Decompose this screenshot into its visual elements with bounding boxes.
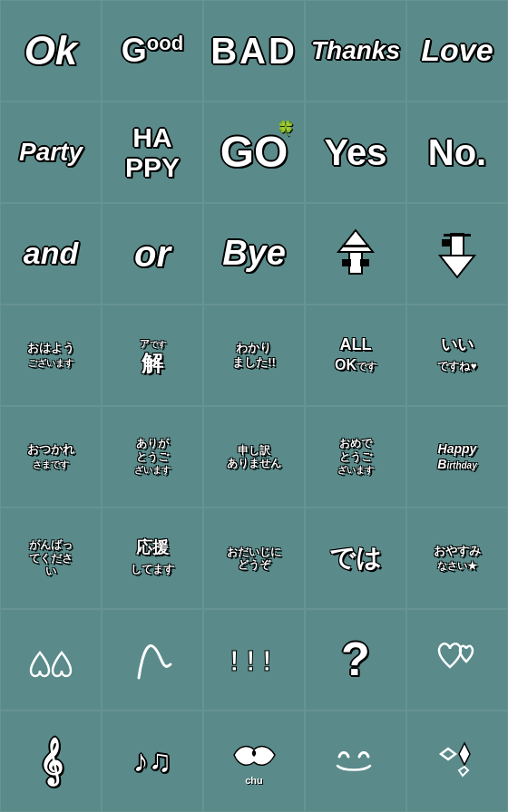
text-or: or	[134, 234, 171, 274]
text-no: No.	[428, 132, 486, 172]
text-jp-odaiji: おだいじにどうぞ	[227, 546, 281, 572]
cell-jp-dewa: では	[305, 508, 406, 609]
cell-jp-otsukare: おつかれさまです	[0, 406, 102, 508]
cell-hearts	[406, 609, 508, 710]
text-notes: ♪♫	[133, 744, 172, 778]
cell-jp-happybday: HappyBirthday	[406, 406, 508, 508]
cell-jp-ohayo: おはようございます	[0, 304, 102, 406]
cell-arrow-down	[406, 203, 508, 304]
text-jp-otsukare: おつかれさまです	[27, 442, 74, 470]
svg-rect-4	[342, 245, 369, 247]
cell-treble: 𝄞	[0, 710, 102, 812]
svg-marker-6	[440, 256, 474, 277]
drops-icon	[24, 633, 78, 687]
svg-rect-3	[360, 259, 369, 266]
cell-bye: Bye	[203, 203, 305, 304]
lips-container: chu	[230, 737, 279, 786]
cell-drops	[0, 609, 102, 710]
cell-jp-iidesu: いいですね♥	[406, 304, 508, 406]
cell-and: and	[0, 203, 102, 304]
text-bye: Bye	[222, 235, 286, 273]
cell-happy: HAPPY	[102, 102, 203, 203]
text-jp-ganbatte: がんばってください	[29, 538, 73, 577]
exclaim-icon: ! ! !	[222, 633, 286, 687]
cell-no: No.	[406, 102, 508, 203]
cell-jp-wakari: わかりました!!	[203, 304, 305, 406]
wave-icon	[125, 633, 180, 687]
arrow-up-icon	[333, 227, 378, 281]
cell-arrow-up	[305, 203, 406, 304]
cell-jp-arigato: ありがとうございます	[102, 406, 203, 508]
svg-marker-1	[338, 230, 373, 252]
text-chu: chu	[230, 775, 279, 786]
cell-love: Love	[406, 0, 508, 102]
cell-thanks: Thanks	[305, 0, 406, 102]
text-jp-omedetou: おめでとうございます	[337, 437, 374, 476]
cell-jp-ryokai: アです解	[102, 304, 203, 406]
text-treble: 𝄞	[39, 740, 63, 783]
smile-icon	[328, 739, 383, 784]
text-thanks: Thanks	[311, 37, 400, 65]
svg-text:!: !	[246, 644, 256, 677]
cell-jp-oyasumi: おやすみなさい★	[406, 508, 508, 609]
arrow-down-icon	[435, 227, 480, 281]
cell-jp-ganbatte: がんばってください	[0, 508, 102, 609]
text-jp-ouen: 応援してます	[131, 538, 174, 577]
lips-icon	[230, 737, 279, 773]
text-good: Good	[122, 33, 183, 69]
text-jp-oyasumi: おやすみなさい★	[434, 544, 481, 572]
text-bad: BAD	[210, 31, 298, 71]
cell-jp-ouen: 応援してます	[102, 508, 203, 609]
text-party: Party	[19, 139, 83, 167]
cell-jp-odaiji: おだいじにどうぞ	[203, 508, 305, 609]
text-jp-dewa: では	[329, 543, 382, 574]
hearts-icon	[430, 633, 484, 687]
cell-exclaim: ! ! !	[203, 609, 305, 710]
cell-sparkle	[406, 710, 508, 812]
text-jp-iidesu: いいですね♥	[437, 335, 476, 374]
svg-rect-7	[442, 239, 451, 246]
cell-ok: Ok	[0, 0, 102, 102]
cell-lips: chu	[203, 710, 305, 812]
cell-yes: Yes	[305, 102, 406, 203]
cell-party: Party	[0, 102, 102, 203]
svg-text:!: !	[262, 644, 272, 677]
cell-wave	[102, 609, 203, 710]
cell-notes: ♪♫	[102, 710, 203, 812]
text-jp-moushiwake: 申し訳ありません	[227, 444, 281, 470]
cell-question: ?	[305, 609, 406, 710]
text-happy: HAPPY	[125, 122, 180, 182]
text-question: ?	[341, 633, 370, 685]
cell-bad: BAD	[203, 0, 305, 102]
text-love: Love	[421, 34, 493, 67]
svg-rect-2	[342, 259, 351, 266]
text-jp-happybday: HappyBirthday	[437, 441, 476, 472]
cell-jp-omedetou: おめでとうございます	[305, 406, 406, 508]
text-yes: Yes	[325, 132, 387, 172]
svg-rect-8	[444, 234, 471, 237]
sticker-grid: Ok Good BAD Thanks Love Party HAPPY GO 🍀…	[0, 0, 508, 812]
text-jp-wakari: わかりました!!	[232, 341, 276, 369]
text-ok: Ok	[24, 29, 78, 72]
svg-text:!: !	[230, 644, 239, 677]
cell-or: or	[102, 203, 203, 304]
text-jp-ohayo: おはようございます	[27, 341, 74, 369]
text-and: and	[24, 237, 78, 270]
sparkle-icon	[430, 734, 484, 788]
cell-go: GO 🍀	[203, 102, 305, 203]
text-jp-allok: ALLOKです	[335, 335, 376, 374]
text-jp-ryokai: アです解	[140, 338, 166, 372]
text-jp-arigato: ありがとうございます	[134, 437, 171, 476]
cell-smile	[305, 710, 406, 812]
cell-jp-moushiwake: 申し訳ありません	[203, 406, 305, 508]
cell-good: Good	[102, 0, 203, 102]
cell-jp-allok: ALLOKです	[305, 304, 406, 406]
